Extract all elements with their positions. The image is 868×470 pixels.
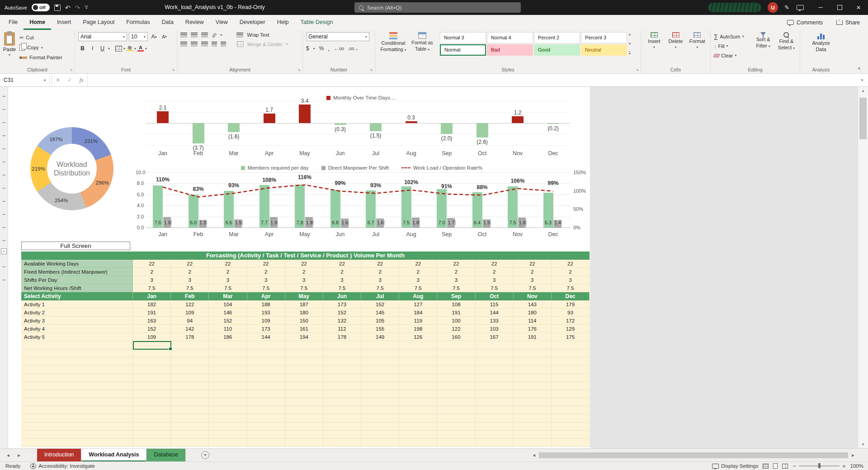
empty-cell[interactable] [21,439,133,447]
table-cell[interactable]: 94 [171,317,209,325]
empty-cell[interactable] [171,357,209,366]
empty-cell[interactable] [514,366,552,374]
empty-cell[interactable] [323,398,361,406]
empty-cell[interactable] [323,439,361,447]
empty-cell[interactable] [247,414,285,423]
table-cell[interactable]: 149 [361,333,399,341]
increase-font-button[interactable]: A▴ [150,32,158,41]
empty-cell[interactable] [399,431,437,439]
align-top-icon[interactable] [180,33,187,38]
increase-decimal-button[interactable]: ←.00 [334,46,344,51]
empty-cell[interactable] [209,423,247,431]
ribbon-tab-developer[interactable]: Developer [234,15,271,30]
table-cell[interactable]: 182 [133,300,171,309]
row-label-shifts-per-day[interactable]: Shifts Per Day [21,276,133,284]
table-cell[interactable]: 114 [514,317,552,325]
borders-icon[interactable] [115,46,122,52]
table-cell[interactable]: 7.5 [552,284,590,292]
full-screen-button[interactable]: Full Screen [21,242,130,250]
activity-label-activity-2[interactable]: Activity 2 [21,309,133,317]
empty-cell[interactable] [552,398,590,406]
table-cell[interactable]: 112 [323,325,361,333]
dialog-launcher-icon[interactable]: ↘ [635,67,639,72]
confirm-entry-icon[interactable]: ✓ [64,77,75,83]
select-activity-label[interactable]: Select Activity [21,292,133,300]
month-header-feb[interactable]: Feb [171,292,209,300]
empty-cell[interactable] [361,423,399,431]
empty-cell[interactable] [399,341,437,349]
display-settings-button[interactable]: Display Settings [712,463,758,469]
empty-cell[interactable] [209,439,247,447]
gallery-down-icon[interactable]: ▾ [629,42,631,46]
empty-cell[interactable] [285,349,323,357]
table-cell[interactable]: 191 [514,333,552,341]
empty-cell[interactable] [21,349,133,357]
empty-cell[interactable] [476,357,514,366]
delete-cells-button[interactable]: Delete ▾ [666,32,686,66]
empty-cell[interactable] [21,366,133,374]
table-cell[interactable]: 2 [476,268,514,276]
number-format-combo[interactable]: General▾ [306,32,369,41]
maximize-button[interactable] [830,0,849,15]
customize-quick-access-button[interactable]: ▾ [85,6,88,9]
table-cell[interactable]: 155 [361,325,399,333]
table-cell[interactable]: 194 [285,333,323,341]
empty-cell[interactable] [247,366,285,374]
table-cell[interactable]: 105 [361,317,399,325]
table-cell[interactable]: 22 [285,260,323,268]
empty-cell[interactable] [476,349,514,357]
empty-cell[interactable] [399,366,437,374]
empty-cell[interactable] [21,341,133,349]
empty-cell[interactable] [209,374,247,382]
collapse-ribbon-button[interactable]: ∧ [858,66,861,71]
save-icon[interactable] [54,5,61,11]
empty-cell[interactable] [361,349,399,357]
table-cell[interactable]: 152 [133,325,171,333]
table-cell[interactable]: 179 [552,300,590,309]
table-cell[interactable]: 103 [476,325,514,333]
empty-cell[interactable] [133,414,171,423]
empty-cell[interactable] [437,398,475,406]
empty-cell[interactable] [21,398,133,406]
clear-button[interactable]: Clear▾ [714,51,750,60]
table-cell[interactable]: 172 [552,317,590,325]
empty-cell[interactable] [476,366,514,374]
table-cell[interactable]: 145 [361,309,399,317]
ribbon-tab-formulas[interactable]: Formulas [120,15,156,30]
empty-cell[interactable] [247,341,285,349]
sheet-tab-introduction[interactable]: Introduction [37,449,81,461]
empty-cell[interactable] [133,349,171,357]
empty-cell[interactable] [171,439,209,447]
cell-style-neutral[interactable]: Neutral [581,44,627,56]
empty-cell[interactable] [399,398,437,406]
empty-cell[interactable] [399,382,437,390]
expand-formula-bar-icon[interactable]: ▾ [856,78,868,82]
empty-cell[interactable] [285,431,323,439]
table-cell[interactable]: 7.5 [399,284,437,292]
table-cell[interactable]: 2 [323,268,361,276]
empty-cell[interactable] [285,341,323,349]
vertical-scrollbar[interactable]: ▲ ▼ [858,87,868,448]
empty-cell[interactable] [437,431,475,439]
table-cell[interactable]: 22 [133,260,171,268]
empty-cell[interactable] [476,390,514,398]
empty-cell[interactable] [21,374,133,382]
table-cell[interactable]: 175 [552,333,590,341]
ribbon-tab-view[interactable]: View [210,15,234,30]
month-header-nov[interactable]: Nov [514,292,552,300]
empty-cell[interactable] [133,398,171,406]
scroll-up-icon[interactable]: ▲ [858,89,868,93]
bold-button[interactable]: B [78,44,87,53]
comma-style-button[interactable]: , [328,45,330,52]
wrap-text-button[interactable]: Wrap Text [247,32,269,38]
empty-cell[interactable] [552,349,590,357]
normal-view-button[interactable] [763,464,769,469]
empty-cell[interactable] [171,390,209,398]
merge-center-button[interactable]: Merge & Center [247,42,283,47]
activity-label-activity-5[interactable]: Activity 5 [21,333,133,341]
avatar[interactable]: U [768,2,778,13]
table-cell[interactable]: 122 [171,300,209,309]
increase-indent-icon[interactable] [221,42,226,47]
empty-cell[interactable] [247,349,285,357]
scroll-right-icon[interactable]: ▶ [849,453,857,457]
